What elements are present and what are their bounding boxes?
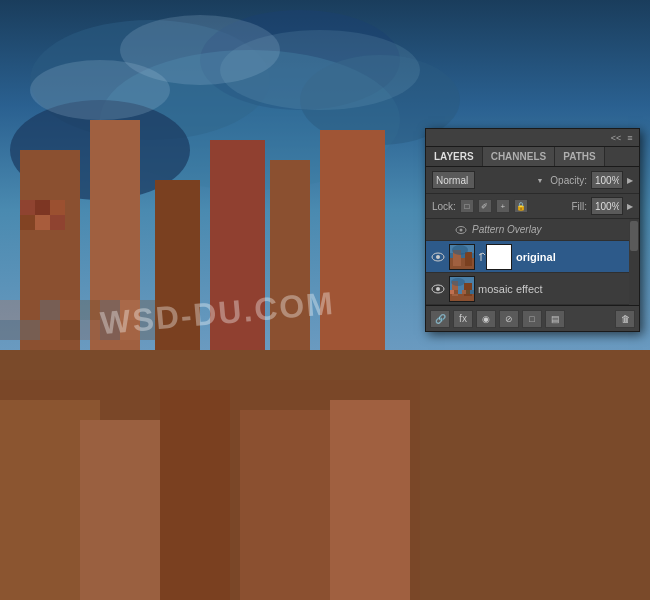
delete-layer-button[interactable]: 🗑: [615, 310, 635, 328]
svg-point-47: [436, 255, 440, 259]
svg-rect-14: [20, 300, 40, 320]
effect-visibility-eye[interactable]: [454, 223, 468, 237]
svg-rect-64: [466, 290, 470, 294]
scrollbar[interactable]: [629, 219, 639, 305]
scrollbar-thumb[interactable]: [630, 221, 638, 251]
new-adjustment-button[interactable]: ⊘: [499, 310, 519, 328]
svg-rect-15: [40, 300, 60, 320]
svg-rect-31: [50, 200, 65, 215]
layers-panel: << ≡ LAYERS CHANNELS PATHS Normal Multip…: [425, 128, 640, 332]
svg-rect-33: [35, 215, 50, 230]
svg-rect-29: [20, 200, 35, 215]
lock-image-btn[interactable]: ✐: [478, 199, 492, 213]
svg-rect-40: [330, 400, 410, 600]
svg-rect-63: [462, 290, 466, 294]
layer-link-icon[interactable]: [478, 253, 486, 261]
svg-rect-39: [240, 410, 330, 600]
svg-rect-38: [160, 390, 230, 600]
collapse-button[interactable]: <<: [611, 133, 621, 143]
svg-rect-60: [450, 290, 454, 294]
svg-point-42: [220, 30, 420, 110]
lock-all-btn[interactable]: 🔒: [514, 199, 528, 213]
svg-rect-13: [0, 300, 20, 320]
tab-channels[interactable]: CHANNELS: [483, 147, 556, 166]
svg-rect-16: [60, 300, 80, 320]
blend-mode-select-wrap[interactable]: Normal Multiply Screen Overlay: [432, 171, 546, 189]
svg-rect-17: [80, 300, 100, 320]
layer-name-original: original: [516, 251, 635, 263]
svg-rect-61: [454, 290, 458, 294]
add-mask-button[interactable]: ◉: [476, 310, 496, 328]
fill-label: Fill:: [571, 201, 587, 212]
svg-point-43: [30, 60, 170, 120]
svg-point-45: [460, 228, 463, 231]
link-layers-button[interactable]: 🔗: [430, 310, 450, 328]
svg-rect-24: [60, 320, 80, 340]
svg-rect-37: [80, 420, 160, 600]
layer-row-mosaic[interactable]: mosaic effect: [426, 273, 639, 305]
lock-transparent-btn[interactable]: □: [460, 199, 474, 213]
svg-rect-32: [20, 215, 35, 230]
lock-label: Lock:: [432, 201, 456, 212]
opacity-label: Opacity:: [550, 175, 587, 186]
fill-input[interactable]: [591, 197, 623, 215]
opacity-arrow[interactable]: ▶: [627, 176, 633, 185]
new-group-button[interactable]: □: [522, 310, 542, 328]
layer-visibility-eye-mosaic[interactable]: [430, 281, 446, 297]
layer-visibility-eye-original[interactable]: [430, 249, 446, 265]
svg-rect-23: [40, 320, 60, 340]
svg-rect-65: [470, 290, 475, 294]
layer-mask-original[interactable]: [486, 244, 512, 270]
svg-rect-52: [465, 252, 472, 266]
layer-thumb-original: [449, 244, 475, 270]
tab-layers[interactable]: LAYERS: [426, 147, 483, 166]
svg-point-53: [452, 245, 468, 255]
new-layer-button[interactable]: ▤: [545, 310, 565, 328]
panel-tabs: LAYERS CHANNELS PATHS: [426, 147, 639, 167]
layer-thumb-mosaic: [449, 276, 475, 302]
panel-menu-button[interactable]: ≡: [625, 133, 635, 143]
svg-point-66: [451, 278, 465, 286]
effect-name-pattern-overlay: Pattern Overlay: [472, 224, 541, 235]
layer-name-mosaic: mosaic effect: [478, 283, 635, 295]
blend-mode-select[interactable]: Normal Multiply Screen Overlay: [432, 171, 475, 189]
panel-toolbar: 🔗 fx ◉ ⊘ □ ▤ 🗑: [426, 305, 639, 331]
tab-paths[interactable]: PATHS: [555, 147, 604, 166]
layer-effects-button[interactable]: fx: [453, 310, 473, 328]
svg-rect-30: [35, 200, 50, 215]
layer-row-original[interactable]: original: [426, 241, 639, 273]
svg-point-55: [436, 287, 440, 291]
svg-rect-22: [20, 320, 40, 340]
panel-titlebar: << ≡: [426, 129, 639, 147]
svg-rect-34: [50, 215, 65, 230]
svg-rect-25: [80, 320, 100, 340]
blend-mode-row: Normal Multiply Screen Overlay Opacity: …: [426, 167, 639, 194]
svg-rect-62: [458, 290, 462, 294]
opacity-input[interactable]: [591, 171, 623, 189]
fill-arrow[interactable]: ▶: [627, 202, 633, 211]
svg-rect-21: [0, 320, 20, 340]
svg-rect-59: [464, 283, 472, 296]
lock-row: Lock: □ ✐ + 🔒 Fill: ▶: [426, 194, 639, 219]
layers-list: Pattern Overlay: [426, 219, 639, 305]
effect-row-pattern-overlay[interactable]: Pattern Overlay: [426, 219, 639, 241]
lock-position-btn[interactable]: +: [496, 199, 510, 213]
